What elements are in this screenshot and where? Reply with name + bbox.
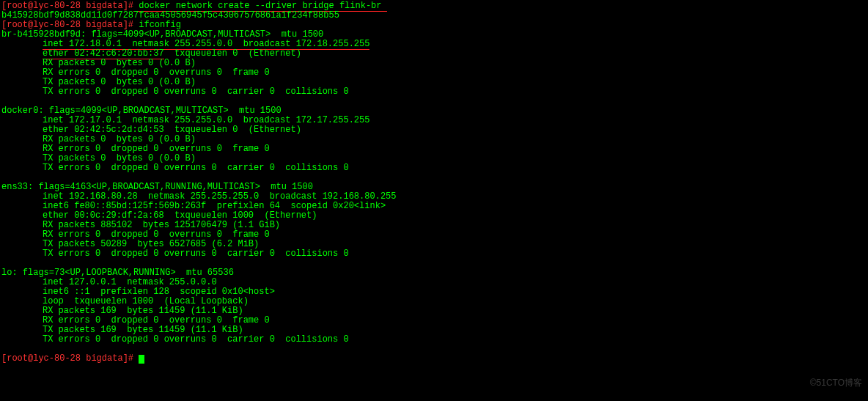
command-input-empty[interactable] — [133, 353, 139, 364]
iface-br-tx-errors: TX errors 0 dropped 0 overruns 0 carrier… — [43, 87, 867, 97]
prompt-line-3[interactable]: [root@lyc-80-28 bigdata]# — [1, 354, 867, 364]
iface-docker0-tx-errors: TX errors 0 dropped 0 overruns 0 carrier… — [43, 163, 867, 173]
prompt-hash: # — [128, 20, 133, 30]
iface-lo-tx-errors: TX errors 0 dropped 0 overruns 0 carrier… — [43, 335, 867, 345]
cursor-icon — [139, 355, 144, 364]
prompt-hash: # — [128, 353, 133, 364]
iface-ens33-tx-errors: TX errors 0 dropped 0 overruns 0 carrier… — [43, 249, 867, 259]
prompt-user-host: [root@lyc-80-28 bigdata] — [1, 20, 128, 30]
prompt-user-host: [root@lyc-80-28 bigdata] — [1, 1, 128, 11]
terminal-output: [root@lyc-80-28 bigdata]# docker network… — [1, 1, 867, 364]
command-ifconfig[interactable]: ifconfig — [133, 20, 181, 30]
prompt-user-host: [root@lyc-80-28 bigdata] — [1, 353, 128, 364]
prompt-hash: # — [128, 1, 133, 11]
watermark-text: ©51CTO博客 — [810, 378, 862, 388]
